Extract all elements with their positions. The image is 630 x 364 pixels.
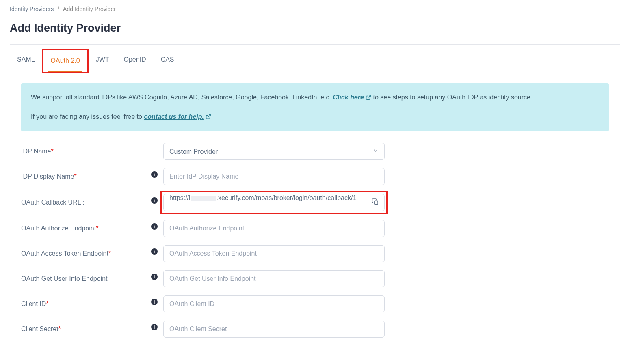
breadcrumb-separator: / (58, 6, 59, 12)
header-divider (10, 44, 620, 45)
row-token: OAuth Access Token Endpoint* i (21, 245, 609, 262)
info-text-1-suffix: to see steps to setup any OAuth IDP as i… (373, 94, 532, 101)
external-link-icon (366, 93, 371, 103)
callback-highlight-box: https://l.xecurify.com/moas/broker/login… (160, 191, 388, 214)
tab-oauth[interactable]: OAuth 2.0 (42, 49, 89, 73)
breadcrumb: Identity Providers / Add Identity Provid… (10, 0, 620, 18)
callback-url-field[interactable]: https://l.xecurify.com/moas/broker/login… (163, 194, 385, 211)
label-userinfo: OAuth Get User Info Endpoint (21, 275, 151, 282)
label-idp-display-name: IDP Display Name* (21, 173, 151, 180)
row-userinfo: OAuth Get User Info Endpoint i (21, 270, 609, 287)
protocol-tabs: SAML OAuth 2.0 JWT OpenID CAS (10, 49, 620, 73)
info-icon[interactable]: i (151, 299, 158, 305)
info-text-2: If you are facing any issues feel free t… (31, 113, 144, 120)
row-idp-name: IDP Name* Custom Provider (21, 143, 609, 160)
click-here-link[interactable]: Click here (333, 94, 371, 101)
userinfo-endpoint-input[interactable] (163, 270, 385, 287)
row-client-secret: Client Secret* i (21, 321, 609, 338)
idp-name-select[interactable]: Custom Provider (163, 143, 385, 160)
label-token: OAuth Access Token Endpoint* (21, 250, 151, 257)
label-client-id: Client ID* (21, 300, 151, 308)
info-icon[interactable]: i (151, 171, 158, 178)
info-icon[interactable]: i (151, 223, 158, 230)
token-endpoint-input[interactable] (163, 245, 385, 262)
row-callback-url: OAuth Callback URL : i https://l.xecurif… (21, 193, 609, 212)
row-authorize: OAuth Authorize Endpoint* i (21, 220, 609, 237)
tab-jwt[interactable]: JWT (89, 49, 117, 73)
tab-content: We support all standard IDPs like AWS Co… (10, 73, 620, 355)
row-client-id: Client ID* i (21, 295, 609, 312)
external-link-icon (206, 112, 211, 123)
label-authorize: OAuth Authorize Endpoint* (21, 225, 151, 232)
idp-form: IDP Name* Custom Provider IDP Display Na… (21, 143, 609, 338)
redacted-segment (191, 196, 216, 201)
row-idp-display-name: IDP Display Name* i (21, 168, 609, 185)
info-icon[interactable]: i (151, 274, 158, 280)
info-banner: We support all standard IDPs like AWS Co… (21, 83, 609, 131)
breadcrumb-parent-link[interactable]: Identity Providers (10, 6, 54, 12)
label-client-secret: Client Secret* (21, 325, 151, 333)
idp-display-name-input[interactable] (163, 168, 385, 185)
svg-line-1 (208, 114, 210, 117)
copy-icon (372, 201, 379, 207)
tab-cas[interactable]: CAS (154, 49, 182, 73)
info-icon[interactable]: i (151, 197, 158, 204)
tab-saml[interactable]: SAML (10, 49, 42, 73)
info-icon[interactable]: i (151, 248, 158, 255)
client-id-input[interactable] (163, 295, 385, 312)
info-text-1: We support all standard IDPs like AWS Co… (31, 94, 333, 101)
page-title: Add Identity Provider (10, 18, 620, 44)
copy-button[interactable] (370, 197, 381, 209)
svg-rect-2 (375, 201, 378, 204)
label-callback-url: OAuth Callback URL : (21, 199, 151, 206)
label-idp-name: IDP Name* (21, 148, 151, 155)
tab-openid[interactable]: OpenID (117, 49, 154, 73)
svg-line-0 (368, 95, 370, 98)
client-secret-input[interactable] (163, 321, 385, 338)
contact-link[interactable]: contact us for help. (144, 113, 211, 120)
info-icon[interactable]: i (151, 324, 158, 330)
authorize-endpoint-input[interactable] (163, 220, 385, 237)
breadcrumb-current: Add Identity Provider (63, 6, 116, 12)
